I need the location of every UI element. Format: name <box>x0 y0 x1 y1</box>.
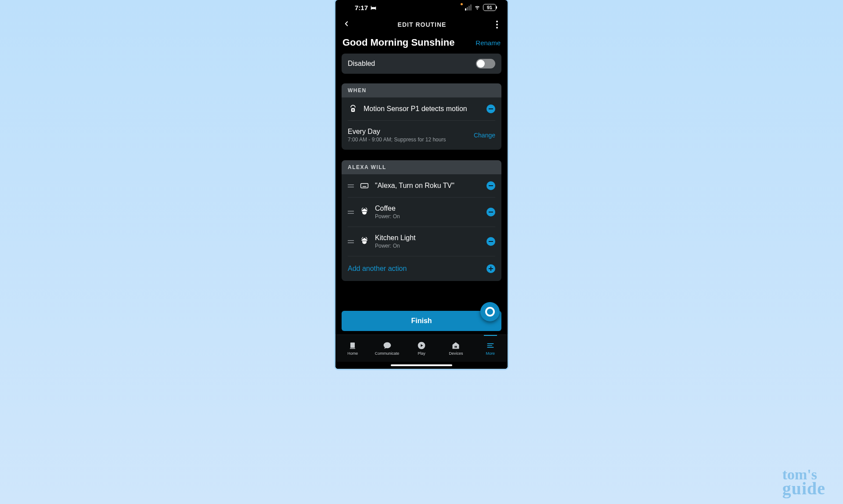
routine-title-row: Good Morning Sunshine Rename <box>335 34 508 54</box>
when-schedule-row[interactable]: Every Day 7:00 AM - 9:00 AM; Suppress fo… <box>348 121 495 150</box>
alexa-voice-button[interactable] <box>480 302 500 321</box>
when-header: WHEN <box>342 83 501 97</box>
schedule-detail: 7:00 AM - 9:00 AM; Suppress for 12 hours <box>348 137 468 143</box>
remove-action-button[interactable] <box>486 181 495 190</box>
add-action-label: Add another action <box>348 265 407 273</box>
content-scroll[interactable]: Disabled WHEN Motion Sensor P1 detects m… <box>335 54 508 309</box>
screen-title: EDIT ROUTINE <box>398 21 447 28</box>
bed-icon: 🛏 <box>371 4 376 11</box>
add-action-button[interactable]: Add another action <box>348 256 495 281</box>
tab-label: Play <box>418 351 425 356</box>
plus-icon <box>486 264 495 273</box>
tab-communicate[interactable]: Communicate <box>370 335 404 362</box>
app-header: EDIT ROUTINE <box>335 15 508 34</box>
smart-plug-icon <box>359 208 370 216</box>
alexa-will-section: ALEXA WILL "Alexa, Turn on Roku TV" <box>342 160 501 281</box>
watermark-line2: guide <box>782 481 825 496</box>
change-schedule-button[interactable]: Change <box>474 132 495 139</box>
when-trigger-row[interactable]: Motion Sensor P1 detects motion <box>348 97 495 121</box>
action-subtitle: Power: On <box>375 213 481 220</box>
svg-rect-13 <box>456 346 457 348</box>
svg-rect-2 <box>361 184 368 188</box>
svg-rect-12 <box>455 346 456 348</box>
wifi-icon <box>474 4 481 12</box>
action-row[interactable]: Kitchen Light Power: On <box>348 227 495 256</box>
active-tab-indicator <box>484 335 497 336</box>
disabled-card: Disabled <box>342 54 501 74</box>
smart-plug-icon <box>359 237 370 246</box>
more-options-button[interactable] <box>494 18 501 31</box>
disabled-label: Disabled <box>348 60 375 68</box>
enabled-toggle[interactable] <box>476 59 495 68</box>
drag-handle-icon[interactable] <box>348 240 354 243</box>
action-row[interactable]: Coffee Power: On <box>348 198 495 227</box>
tab-devices[interactable]: Devices <box>439 335 473 362</box>
schedule-title: Every Day <box>348 128 468 136</box>
action-row[interactable]: "Alexa, Turn on Roku TV" <box>348 174 495 198</box>
keyboard-icon <box>359 181 370 190</box>
svg-rect-8 <box>350 342 355 348</box>
status-bar: 7:17 🛏 91 <box>335 0 508 15</box>
tab-more[interactable]: More <box>473 335 508 362</box>
action-subtitle: Power: On <box>375 243 481 249</box>
when-section: WHEN Motion Sensor P1 detects motion <box>342 83 501 150</box>
battery-indicator: 91 <box>483 4 496 11</box>
svg-point-1 <box>352 109 353 111</box>
tab-label: Home <box>347 351 358 356</box>
alexa-ring-icon <box>485 307 495 317</box>
tab-bar: Home Communicate Play Devices More <box>335 335 508 362</box>
status-time: 7:17 <box>355 4 368 11</box>
finish-button[interactable]: Finish <box>342 311 501 331</box>
tab-label: Devices <box>449 351 463 356</box>
alexa-will-header: ALEXA WILL <box>342 160 501 174</box>
action-title: "Alexa, Turn on Roku TV" <box>375 182 481 190</box>
remove-trigger-button[interactable] <box>486 104 495 113</box>
rename-button[interactable]: Rename <box>476 39 501 47</box>
action-title: Kitchen Light <box>375 234 481 242</box>
svg-rect-9 <box>350 348 355 349</box>
watermark-logo: tom's guide <box>782 468 825 496</box>
tab-play[interactable]: Play <box>404 335 439 362</box>
tab-label: Communicate <box>375 351 400 356</box>
phone-frame: 7:17 🛏 91 EDIT ROUTINE Good Morning Suns… <box>335 0 508 369</box>
recording-dot-icon <box>461 3 463 5</box>
cellular-signal-icon <box>465 4 472 11</box>
remove-action-button[interactable] <box>486 208 495 216</box>
action-title: Coffee <box>375 205 481 212</box>
remove-action-button[interactable] <box>486 237 495 246</box>
back-button[interactable] <box>342 20 350 29</box>
routine-name: Good Morning Sunshine <box>342 37 454 48</box>
home-indicator[interactable] <box>335 362 508 369</box>
drag-handle-icon[interactable] <box>348 211 354 214</box>
drag-handle-icon[interactable] <box>348 184 354 187</box>
tab-label: More <box>486 351 495 356</box>
tab-home[interactable]: Home <box>335 335 370 362</box>
motion-sensor-icon <box>348 104 358 113</box>
when-trigger-text: Motion Sensor P1 detects motion <box>364 105 481 113</box>
